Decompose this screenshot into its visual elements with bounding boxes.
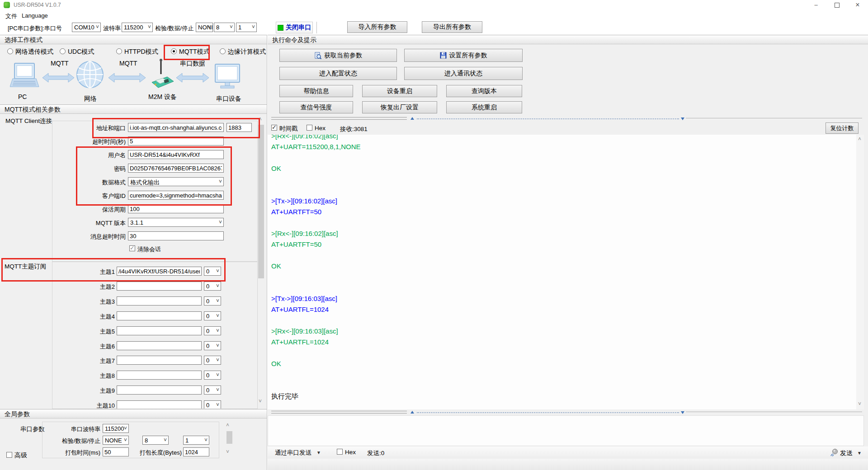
log-output-area[interactable]: >[Rx<-][09:16:02][asc]AT+UART=115200,8,1… (268, 135, 856, 409)
params-scrollbar-thumb[interactable] (258, 125, 264, 278)
send-dropdown-icon[interactable]: ▼ (857, 451, 862, 456)
topic-input[interactable] (117, 371, 202, 380)
clean-session-label[interactable]: 清除会话 (137, 245, 161, 254)
help-info-button[interactable]: 帮助信息 (279, 85, 353, 97)
enter-comm-button[interactable]: 进入通讯状态 (404, 67, 523, 80)
packtime-input[interactable] (103, 447, 129, 456)
topic-input[interactable] (117, 341, 202, 350)
clean-session-checkbox[interactable] (129, 245, 135, 251)
params-scroll-down-icon[interactable] (259, 398, 262, 404)
msg-timeout-input[interactable] (128, 231, 224, 240)
com-port-select[interactable]: COM10 (72, 23, 101, 32)
topic-input[interactable] (117, 282, 202, 291)
advanced-checkbox[interactable] (6, 452, 12, 458)
databits-select[interactable]: 8 (214, 23, 235, 32)
close-button[interactable]: × (847, 0, 868, 10)
topic-input[interactable] (117, 356, 202, 365)
log-scroll-down-icon[interactable] (858, 400, 861, 407)
timestamp-label[interactable]: 时间戳 (279, 125, 298, 133)
clientid-input[interactable] (128, 191, 224, 200)
topic-qos-select[interactable]: 0 (204, 371, 221, 380)
device-restart-button[interactable]: 设备重启 (362, 85, 437, 97)
timeout-input[interactable] (128, 136, 224, 146)
topic-input[interactable] (117, 296, 202, 306)
log-hscrollbar-top[interactable] (268, 116, 864, 121)
username-input[interactable] (128, 150, 224, 159)
send-button[interactable]: 发送 (840, 449, 853, 457)
send-input-area[interactable] (268, 415, 864, 446)
set-params-button[interactable]: 设置所有参数 (404, 49, 523, 62)
topic-qos-select[interactable]: 0 (204, 341, 221, 350)
menu-file[interactable]: 文件 (4, 11, 19, 21)
send-via-dropdown-icon[interactable]: ▼ (316, 450, 321, 455)
timestamp-checkbox[interactable] (271, 125, 277, 131)
g-stopbits-select[interactable]: 1 (183, 436, 209, 445)
factory-reset-button[interactable]: 恢复出厂设置 (362, 101, 437, 113)
radio-udc-label[interactable]: UDC模式 (68, 48, 94, 56)
global-scroll-down-icon[interactable] (226, 448, 229, 455)
data-format-select[interactable]: 格式化输出 (128, 177, 224, 186)
send-icon[interactable] (830, 448, 838, 456)
password-input[interactable] (128, 164, 224, 173)
topic-input[interactable] (117, 311, 202, 320)
radio-mqtt-label[interactable]: MQTT模式 (179, 48, 210, 56)
radio-edge-label[interactable]: 边缘计算模式 (228, 48, 266, 56)
reset-count-button[interactable]: 复位计数 (826, 122, 859, 134)
radio-httpd-mode[interactable] (116, 48, 122, 54)
hex-label[interactable]: Hex (315, 125, 326, 132)
stopbits-select[interactable]: 1 (236, 23, 257, 32)
global-scroll-up-icon[interactable] (226, 422, 229, 428)
minimize-button[interactable]: – (806, 0, 826, 10)
send-hex-label[interactable]: Hex (345, 449, 356, 456)
log-scroll-up-icon[interactable] (858, 136, 861, 142)
mqtt-address-input[interactable] (128, 123, 224, 132)
enter-config-button[interactable]: 进入配置状态 (279, 67, 397, 80)
params-scroll-up-icon[interactable] (259, 116, 262, 122)
topic-qos-select[interactable]: 0 (204, 385, 221, 395)
hscroll-thumb[interactable] (271, 411, 407, 414)
packlen-input[interactable] (183, 447, 209, 456)
close-serial-button[interactable]: 关闭串口 (276, 22, 313, 33)
parity-select[interactable]: NONI (196, 23, 213, 32)
topic-qos-select[interactable]: 0 (204, 311, 221, 320)
topic-input[interactable] (117, 267, 202, 276)
radio-mqtt-mode[interactable] (171, 48, 177, 54)
topic-qos-select[interactable]: 0 (204, 267, 221, 276)
topic-input[interactable] (117, 385, 202, 395)
log-hscrollbar-bottom[interactable] (268, 410, 864, 415)
topic-qos-select[interactable]: 0 (204, 326, 221, 335)
radio-httpd-label[interactable]: HTTPD模式 (124, 48, 158, 56)
export-params-button[interactable]: 导出所有参数 (422, 21, 482, 33)
topic-qos-select[interactable]: 0 (204, 282, 221, 291)
menu-language[interactable]: Language (20, 11, 50, 20)
mqtt-version-select[interactable]: 3.1.1 (128, 218, 224, 227)
mqtt-port-input[interactable] (226, 123, 252, 132)
send-hex-checkbox[interactable] (337, 449, 343, 455)
signal-strength-button[interactable]: 查信号强度 (279, 101, 353, 113)
hex-checkbox[interactable] (307, 125, 312, 131)
global-scrollbar-thumb[interactable] (226, 431, 232, 444)
radio-udc-mode[interactable] (60, 48, 66, 54)
get-params-button[interactable]: 获取当前参数 (279, 49, 397, 62)
baud-select[interactable]: 115200 (122, 23, 153, 32)
advanced-label[interactable]: 高级 (14, 451, 27, 460)
topic-qos-select[interactable]: 0 (204, 296, 221, 306)
keepalive-input[interactable] (128, 204, 224, 213)
topic-input[interactable] (117, 326, 202, 335)
system-restart-button[interactable]: 系统重启 (446, 101, 522, 113)
radio-edge-mode[interactable] (220, 48, 226, 54)
g-databits-select[interactable]: 8 (142, 436, 169, 445)
topic-qos-select[interactable]: 0 (204, 356, 221, 365)
maximize-button[interactable] (826, 0, 847, 10)
import-params-button[interactable]: 导入所有参数 (347, 21, 407, 33)
hscroll-thumb[interactable] (271, 117, 407, 120)
g-parity-select[interactable]: NONE (103, 436, 129, 445)
topic-input[interactable] (117, 400, 202, 409)
topic-qos-select[interactable]: 0 (204, 400, 221, 409)
radio-transparent-mode[interactable] (7, 48, 13, 54)
radio-transparent-label[interactable]: 网络透传模式 (15, 48, 53, 56)
g-baud-select[interactable]: 115200 (103, 424, 129, 433)
log-vscrollbar[interactable] (856, 135, 864, 409)
send-via-serial-label[interactable]: 通过串口发送 (275, 449, 311, 457)
query-version-button[interactable]: 查询版本 (446, 85, 522, 97)
